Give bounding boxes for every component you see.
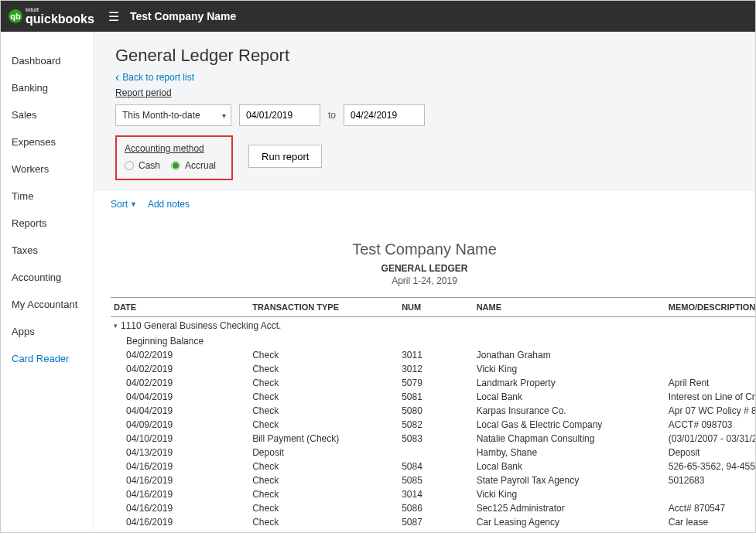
company-name: Test Company Name (130, 10, 236, 22)
report-period: April 1-24, 2019 (94, 275, 755, 286)
report-pane: Sort ▼ Add notes Test Company Name GENER… (94, 191, 755, 532)
sort-link[interactable]: Sort ▼ (111, 199, 137, 210)
table-row[interactable]: 04/10/2019Bill Payment (Check)5083Natali… (111, 432, 755, 446)
sidebar-item-apps[interactable]: Apps (1, 318, 93, 345)
table-row[interactable]: 04/16/2019Check5086Sec125 AdministratorA… (111, 501, 755, 515)
table-row[interactable]: 04/16/2019Check5087Car Leasing AgencyCar… (111, 515, 755, 529)
sidebar-item-accounting[interactable]: Accounting (1, 264, 93, 291)
radio-cash[interactable]: Cash (125, 160, 160, 171)
brand-logo: qb intuit quickbooks (9, 7, 94, 26)
account-group-row[interactable]: 1110 General Business Checking Acct. (111, 317, 755, 335)
sidebar-item-expenses[interactable]: Expenses (1, 128, 93, 155)
hamburger-icon[interactable]: ☰ (108, 9, 119, 24)
sidebar-item-workers[interactable]: Workers (1, 155, 93, 183)
date-to-input[interactable] (344, 104, 425, 126)
col-memo[interactable]: MEMO/DESCRIPTION (665, 298, 755, 317)
sidebar: DashboardBankingSalesExpensesWorkersTime… (1, 32, 94, 532)
page-title: General Ledger Report (115, 46, 734, 66)
report-controls: General Ledger Report Back to report lis… (94, 32, 755, 191)
period-label: Report period (115, 87, 734, 98)
col-num[interactable]: NUM (399, 298, 473, 317)
period-select[interactable]: This Month-to-date (115, 104, 231, 126)
brand-name: quickbooks (26, 12, 94, 26)
sidebar-item-taxes[interactable]: Taxes (1, 237, 93, 264)
radio-accrual[interactable]: Accrual (171, 160, 216, 171)
sidebar-item-dashboard[interactable]: Dashboard (1, 47, 93, 74)
table-row[interactable]: 04/16/2019Check5084Local Bank526-65-3562… (111, 460, 755, 473)
report-company: Test Company Name (94, 241, 755, 258)
radio-cash-label: Cash (139, 160, 160, 171)
run-report-button[interactable]: Run report (248, 145, 322, 168)
date-from-input[interactable] (239, 104, 320, 126)
collapse-icon (114, 320, 121, 331)
table-row[interactable]: 04/16/2019Check5085State Payroll Tax Age… (111, 473, 755, 487)
col-type[interactable]: TRANSACTION TYPE (249, 298, 399, 317)
table-row[interactable]: 04/04/2019Check5080Karpas Insurance Co.A… (111, 404, 755, 418)
accounting-method-box: Accounting method Cash Accrual (115, 135, 233, 180)
radio-cash-circle (125, 161, 134, 170)
qb-logo-icon: qb (9, 9, 22, 23)
back-to-list-link[interactable]: Back to report list (115, 70, 194, 84)
table-row[interactable]: 04/16/2019Check3014Vicki King-Spl (111, 487, 755, 501)
table-row[interactable]: 04/16/2019Check3013Jonathan Graham-Spl (111, 529, 755, 532)
report-header: Test Company Name GENERAL LEDGER April 1… (94, 241, 755, 286)
sidebar-item-card-reader[interactable]: Card Reader (1, 345, 93, 372)
beginning-balance-row: Beginning Balance (111, 334, 755, 348)
radio-accrual-circle (171, 161, 180, 170)
sidebar-item-reports[interactable]: Reports (1, 210, 93, 237)
table-row[interactable]: 04/13/2019DepositHamby, ShaneDeposit150 (111, 446, 755, 460)
col-date[interactable]: DATE (111, 298, 249, 317)
ledger-table: DATE TRANSACTION TYPE NUM NAME MEMO/DESC… (111, 297, 755, 532)
add-notes-link[interactable]: Add notes (148, 199, 190, 210)
sidebar-item-banking[interactable]: Banking (1, 74, 93, 101)
sidebar-item-sales[interactable]: Sales (1, 101, 93, 128)
sidebar-item-time[interactable]: Time (1, 183, 93, 210)
main-content: General Ledger Report Back to report lis… (94, 32, 755, 532)
topbar: qb intuit quickbooks ☰ Test Company Name (1, 1, 755, 32)
sort-label: Sort (111, 199, 128, 210)
period-value: This Month-to-date (122, 110, 200, 121)
sidebar-item-my-accountant[interactable]: My Accountant (1, 291, 93, 318)
radio-accrual-label: Accrual (185, 160, 216, 171)
table-header-row: DATE TRANSACTION TYPE NUM NAME MEMO/DESC… (111, 298, 755, 317)
brand-small: intuit (26, 7, 94, 12)
report-subtitle: GENERAL LEDGER (94, 263, 755, 274)
table-row[interactable]: 04/09/2019Check5082Local Gas & Electric … (111, 418, 755, 432)
col-name[interactable]: NAME (474, 298, 665, 317)
to-label: to (328, 110, 336, 121)
chevron-down-icon: ▼ (130, 200, 137, 208)
method-label: Accounting method (125, 143, 216, 154)
table-row[interactable]: 04/02/2019Check3012Vicki King-Spl (111, 362, 755, 376)
table-row[interactable]: 04/02/2019Check3011Jonathan Graham-Spl (111, 348, 755, 362)
table-row[interactable]: 04/02/2019Check5079Landmark PropertyApri… (111, 376, 755, 390)
report-toolbar: Sort ▼ Add notes (94, 191, 755, 217)
table-row[interactable]: 04/04/2019Check5081Local BankInterest on… (111, 390, 755, 404)
